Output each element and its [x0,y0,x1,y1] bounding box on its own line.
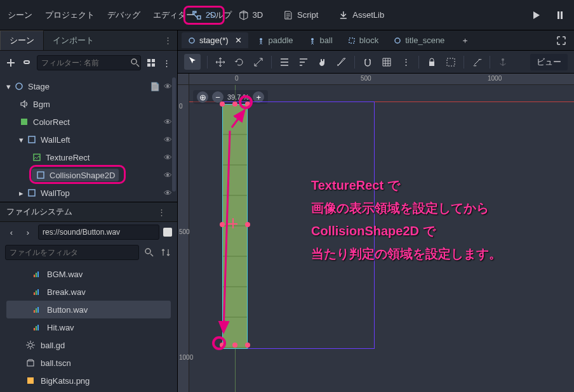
svg-point-24 [29,343,32,347]
lock-tool-button[interactable] [297,56,310,69]
snap-options-button[interactable]: ⋮ [399,56,412,69]
dock-menu-icon[interactable]: ⋮ [164,36,172,45]
bone-button[interactable] [471,56,483,69]
snap-toggle-button[interactable] [361,56,374,69]
tab-scene[interactable]: シーン [0,30,44,50]
fs-item-button[interactable]: Button.wav [6,301,171,318]
svg-point-28 [260,38,262,41]
tree-node-collisionshape2d[interactable]: CollisionShape2D 👁 [0,166,177,184]
mode-2d-button[interactable]: 2D [184,6,225,25]
grid-snap-button[interactable] [380,56,393,69]
add-tab-button[interactable]: ＋ [458,34,471,47]
ed-tab-label: ball [320,36,333,45]
visibility-icon[interactable]: 👁 [164,82,172,91]
play-button[interactable] [530,9,542,22]
zoom-reset-button[interactable]: ⊕ [197,91,208,103]
mode-2d-label: 2D [206,10,217,20]
close-icon[interactable]: ✕ [235,36,242,45]
scene-toolbar: ⋮ [0,51,177,75]
mode-script-button[interactable]: Script [277,8,324,23]
scale-tool-button[interactable] [252,56,265,69]
scene-extra1-icon[interactable] [145,56,156,69]
tree-node-colorrect[interactable]: ColorRect 👁 [0,113,177,131]
anno-line: TextureRect で [311,174,502,197]
tree-scrollbar[interactable] [172,77,176,192]
group-button[interactable] [444,56,457,69]
tree-node-bgm[interactable]: Bgm [0,95,177,113]
svg-point-34 [502,58,504,61]
ruler-tick: 500 [361,75,371,82]
tree-node-wallleft[interactable]: ▾ WallLeft 👁 [0,131,177,148]
nav-fwd-button[interactable]: › [22,226,34,238]
tab-import[interactable]: インポート [44,31,103,50]
scene-filter-input[interactable] [37,55,141,70]
mode-assetlib-button[interactable]: AssetLib [332,8,390,23]
distraction-free-button[interactable] [555,34,568,47]
resize-handle[interactable] [245,222,250,227]
link-scene-button[interactable] [21,56,32,69]
fs-item-ballgd[interactable]: ball.gd [0,336,177,354]
visibility-icon[interactable]: 👁 [164,171,172,180]
filesystem-dock-header: ファイルシステム ⋮ [0,202,177,222]
scene-more-icon[interactable]: ⋮ [161,56,172,69]
canvas-viewport[interactable]: 0 500 1000 0 500 1000 ⊕ − 39.7 % + [178,74,574,392]
view-menu-button[interactable]: ビュー [530,54,568,70]
fs-label: ball.gd [41,341,65,350]
mode-3d-button[interactable]: 3D [232,8,269,23]
tree-node-texturerect[interactable]: TextureRect 👁 [0,148,177,166]
fs-item-break[interactable]: Break.wav [0,283,177,301]
node2d-icon [394,37,401,44]
menu-project[interactable]: プロジェクト [45,10,95,21]
filesystem-filter-input[interactable] [5,245,139,260]
viewport-toolbar: ⋮ ビュー [178,51,574,74]
ed-tab-paddle[interactable]: paddle [251,32,300,48]
visibility-icon[interactable]: 👁 [164,135,172,145]
scene-search-icon[interactable] [130,56,140,69]
ruler-tool-button[interactable] [335,56,348,69]
visibility-icon[interactable]: 👁 [164,117,172,127]
ed-tab-stage[interactable]: stage(*) ✕ [182,32,248,48]
move-tool-button[interactable] [214,56,227,69]
nav-back-button[interactable]: ‹ [5,226,18,238]
ed-tab-block[interactable]: block [342,32,385,48]
fs-item-hit[interactable]: Hit.wav [0,318,177,336]
add-node-button[interactable] [5,56,16,69]
visibility-icon[interactable]: 👁 [164,188,172,198]
tree-node-walltop[interactable]: ▸ WallTop 👁 [0,184,177,202]
fs-label: ball.tscn [41,358,71,368]
pan-tool-button[interactable] [316,56,329,69]
visibility-icon[interactable]: 👁 [164,153,172,162]
staticbody-icon [27,134,37,145]
menu-scene[interactable]: シーン [8,10,32,21]
scene-tree: ▾ Stage 📄 👁 Bgm ColorRect 👁 ▾ WallLeft 👁 [0,75,177,202]
script-icon[interactable]: 📄 [150,82,160,91]
rotate-tool-button[interactable] [233,56,246,69]
search-icon[interactable] [143,246,156,259]
resize-handle[interactable] [245,343,250,348]
ed-tab-title[interactable]: title_scene [387,32,451,48]
ed-tab-ball[interactable]: ball [302,32,339,48]
svg-rect-8 [34,154,40,160]
fs-item-bigkatsu[interactable]: BigKatsu.png [0,372,177,389]
svg-rect-25 [27,361,34,366]
scene-dock-tabs: シーン インポート ⋮ [0,30,177,51]
annotation-arrow-2 [216,131,241,340]
rigidbody-icon [257,37,265,44]
fs-item-bgm[interactable]: BGM.wav [0,265,177,283]
annotation-text: TextureRect で 画像の表示領域を設定してから CollisionSh… [311,174,502,265]
sort-icon[interactable] [159,246,172,259]
tree-node-stage[interactable]: ▾ Stage 📄 👁 [0,77,177,95]
ruler-tick: 500 [179,228,190,235]
pause-button[interactable] [554,9,566,22]
list-tool-button[interactable] [278,56,291,69]
resize-handle[interactable] [232,343,237,348]
fs-item-balltscn[interactable]: ball.tscn [0,354,177,372]
anchor-button[interactable] [497,56,509,69]
filesystem-path-input[interactable] [38,225,159,240]
select-tool-button[interactable] [184,54,201,70]
dock-menu-icon[interactable]: ⋮ [157,207,166,217]
svg-point-11 [145,249,150,254]
node2d-icon [14,81,24,91]
menu-debug[interactable]: デバッグ [107,10,140,21]
lock-button[interactable] [425,56,438,69]
